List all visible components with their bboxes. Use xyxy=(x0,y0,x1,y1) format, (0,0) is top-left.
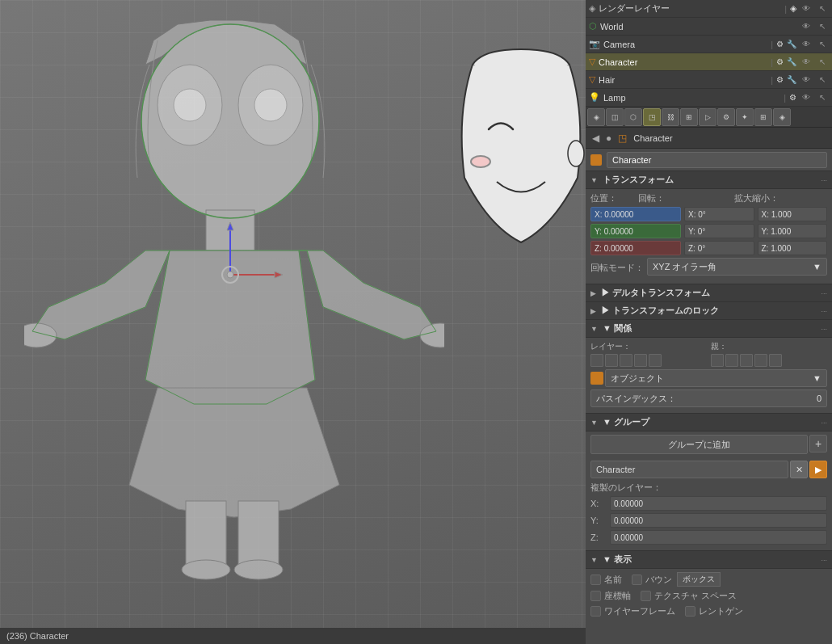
group-input-row: ✕ ▶ xyxy=(590,461,827,478)
cartoon-face xyxy=(456,48,586,372)
layer-cell-3[interactable] xyxy=(620,354,632,367)
delta-label: ▶ デルタトランスフォーム xyxy=(601,287,710,299)
cursor-icon-char[interactable]: ↖ xyxy=(816,56,829,69)
transform-arrow: ▼ xyxy=(590,176,598,184)
toolbar-physics-icon[interactable]: ◈ xyxy=(773,108,791,126)
group-section-header[interactable]: ▼ ▼ グループ ··· xyxy=(586,414,832,431)
dup-y-field[interactable]: 0.00000 xyxy=(610,513,827,528)
layer-cell-5[interactable] xyxy=(649,354,662,367)
group-add-icon-btn[interactable]: + xyxy=(809,435,827,452)
character-label: Character xyxy=(599,57,767,67)
relations-arrow: ▼ xyxy=(590,325,598,333)
eye-icon-hair[interactable]: 👁 xyxy=(800,74,813,86)
cursor-icon-world[interactable]: ↖ xyxy=(816,20,829,33)
eye-icon[interactable]: 👁 xyxy=(800,2,813,15)
rot-y-value: Y: 0° xyxy=(688,227,705,236)
scale-x-field[interactable]: X: 1.000 xyxy=(758,207,828,221)
lamp-settings-icon: ⚙ xyxy=(789,93,796,102)
cursor-icon[interactable]: ↖ xyxy=(816,2,829,15)
outliner-item-world[interactable]: ⬡ World 👁 ↖ xyxy=(586,18,832,36)
relations-options[interactable]: ··· xyxy=(821,325,827,333)
group-name-input[interactable] xyxy=(590,461,788,478)
toolbar-scene-icon[interactable]: ◫ xyxy=(606,108,624,126)
delta-options[interactable]: ··· xyxy=(821,289,827,297)
bound-checkbox[interactable] xyxy=(632,575,642,585)
pos-z-field[interactable]: Z: 0.00000 xyxy=(590,241,681,255)
lamp-icon: 💡 xyxy=(589,92,600,103)
toolbar-constraint-icon[interactable]: ⛓ xyxy=(662,108,679,126)
lock-options[interactable]: ··· xyxy=(821,307,827,315)
transform-section-header[interactable]: ▼ トランスフォーム ··· xyxy=(586,171,832,189)
toolbar-object-icon[interactable]: ◳ xyxy=(643,108,661,126)
outliner-item-render-layer[interactable]: ◈ レンダーレイヤー | ◈ 👁 ↖ xyxy=(586,0,832,18)
outliner-item-hair[interactable]: ▽ Hair | ⚙ 🔧 👁 ↖ xyxy=(586,71,832,89)
divider: | xyxy=(784,4,787,14)
group-add-row: グループに追加 + xyxy=(590,435,827,457)
object-dropdown[interactable]: オブジェクト ▼ xyxy=(605,369,827,387)
svg-rect-14 xyxy=(238,501,279,566)
parent-layer-cell-1[interactable] xyxy=(711,354,724,367)
parent-layer-cell-4[interactable] xyxy=(754,354,767,367)
viewport-3d[interactable]: (236) Character xyxy=(0,0,586,644)
pos-y-field[interactable]: Y: 0.00000 xyxy=(590,224,681,238)
box-button[interactable]: ボックス xyxy=(677,572,721,587)
group-nav-button[interactable]: ▶ xyxy=(809,461,827,478)
group-close-button[interactable]: ✕ xyxy=(790,461,808,478)
rot-mode-dropdown[interactable]: XYZ オイラー角 ▼ xyxy=(647,258,827,276)
display-section-header[interactable]: ▼ ▼ 表示 ··· xyxy=(586,551,832,569)
dup-x-field[interactable]: 0.00000 xyxy=(610,496,827,511)
name-checkbox[interactable] xyxy=(590,575,601,585)
wireframe-checkbox[interactable] xyxy=(590,606,601,617)
cursor-icon-hair[interactable]: ↖ xyxy=(816,74,829,86)
texture-checkbox[interactable] xyxy=(641,591,651,601)
parent-layer-cell-5[interactable] xyxy=(769,354,782,367)
dup-z-field[interactable]: 0.00000 xyxy=(610,530,827,545)
toolbar-texture-icon[interactable]: ✦ xyxy=(736,108,754,126)
delta-section-header[interactable]: ▶ ▶ デルタトランスフォーム ··· xyxy=(586,284,832,302)
eye-icon-lamp[interactable]: 👁 xyxy=(800,91,813,104)
axis-checkbox[interactable] xyxy=(590,591,601,601)
toolbar-world-icon[interactable]: ⬡ xyxy=(624,108,642,126)
pass-index-field[interactable]: パスインデックス： 0 xyxy=(590,389,827,407)
toolbar-render-icon[interactable]: ◈ xyxy=(587,108,605,126)
eye-icon-camera[interactable]: 👁 xyxy=(800,38,813,51)
rot-y-field[interactable]: Y: 0° xyxy=(684,224,754,238)
display-options[interactable]: ··· xyxy=(821,556,827,564)
lock-section-header[interactable]: ▶ ▶ トランスフォームのロック ··· xyxy=(586,302,832,320)
outliner-item-character[interactable]: ▽ Character | ⚙ 🔧 👁 ↖ xyxy=(586,53,832,71)
scale-x-value: X: 1.000 xyxy=(762,210,792,219)
outliner-item-lamp[interactable]: 💡 Lamp | ⚙ 👁 ↖ xyxy=(586,89,832,107)
xray-checkbox[interactable] xyxy=(685,606,695,617)
eye-icon-world[interactable]: 👁 xyxy=(800,20,813,33)
cursor-icon-camera[interactable]: ↖ xyxy=(816,38,829,51)
relations-section-header[interactable]: ▼ ▼ 関係 ··· xyxy=(586,320,832,338)
group-options[interactable]: ··· xyxy=(821,419,827,427)
transform-z-row: Z: 0.00000 Z: 0° Z: 1.000 xyxy=(590,241,827,255)
pass-index-value: 0 xyxy=(817,394,821,403)
layer-cell-4[interactable] xyxy=(634,354,647,367)
outliner-item-camera[interactable]: 📷 Camera | ⚙ 🔧 👁 ↖ xyxy=(586,36,832,53)
pos-z-value: Z: 0.00000 xyxy=(595,244,633,253)
toolbar-particle-icon[interactable]: ⊞ xyxy=(754,108,772,126)
rot-x-field[interactable]: X: 0° xyxy=(684,207,754,221)
pos-x-field[interactable]: X: 0.00000 xyxy=(590,207,681,221)
scale-y-field[interactable]: Y: 1.000 xyxy=(758,224,828,238)
cursor-icon-lamp[interactable]: ↖ xyxy=(816,91,829,104)
parent-layer-cell-2[interactable] xyxy=(725,354,738,367)
lock-label: ▶ トランスフォームのロック xyxy=(601,305,719,317)
layer-cell-2[interactable] xyxy=(605,354,618,367)
rot-z-field[interactable]: Z: 0° xyxy=(684,241,754,255)
divider2: | xyxy=(771,40,773,49)
object-name-input[interactable] xyxy=(607,152,827,168)
nav-arrow-icon[interactable]: ◀ xyxy=(592,133,599,144)
parent-layer-cell-3[interactable] xyxy=(740,354,753,367)
eye-icon-char[interactable]: 👁 xyxy=(800,56,813,69)
layer-cell-1[interactable] xyxy=(590,354,603,367)
toolbar-material-icon[interactable]: ⚙ xyxy=(717,108,735,126)
toolbar-data-icon[interactable]: ▷ xyxy=(699,108,716,126)
nav-dot-icon[interactable]: ● xyxy=(606,133,611,144)
scale-z-field[interactable]: Z: 1.000 xyxy=(758,241,828,255)
toolbar-modifier-icon[interactable]: ⊞ xyxy=(680,108,698,126)
group-add-button[interactable]: グループに追加 xyxy=(590,435,808,454)
transform-options[interactable]: ··· xyxy=(821,176,827,184)
